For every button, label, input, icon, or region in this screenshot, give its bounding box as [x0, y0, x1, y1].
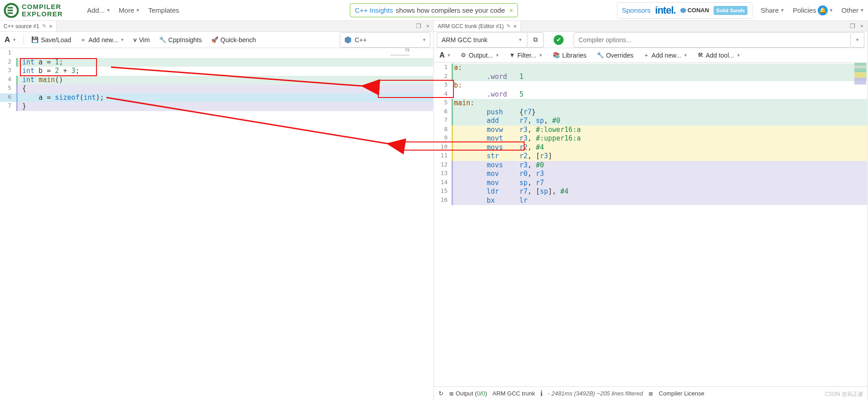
compiler-tab[interactable]: ARM GCC trunk (Editor #1) ✎ ×	[434, 21, 521, 31]
sponsor-conan-logo: CONAN	[680, 7, 709, 14]
close-panel-icon[interactable]: ×	[860, 23, 863, 29]
sponsors-box[interactable]: Sponsors intel. CONAN Solid Sands	[617, 2, 752, 19]
nav-share[interactable]: Share ▼	[761, 6, 785, 14]
status-ok-icon: ✔	[554, 35, 564, 45]
sponsor-solidsands-logo: Solid Sands	[714, 6, 747, 15]
caret-icon: ▼	[135, 8, 140, 13]
vim-button[interactable]: vVim	[131, 35, 151, 44]
quickbench-button[interactable]: 🚀Quick-bench	[209, 35, 258, 44]
svg-rect-3	[8, 12, 13, 14]
sponsor-intel-logo: intel.	[655, 5, 675, 16]
info-banner: C++ Insights shows how compilers see you…	[350, 3, 518, 17]
caret-icon: ▼	[422, 38, 426, 42]
overrides-button[interactable]: 🔧Overrides	[595, 51, 636, 60]
language-select[interactable]: C++ ▼	[340, 32, 430, 48]
addnew-menu[interactable]: ＋Add new...▼	[641, 50, 689, 60]
font-button[interactable]: A▼	[438, 50, 453, 60]
source-code[interactable]: 79 int a = 1; int b = 2 + 3; int main() …	[16, 48, 433, 400]
source-editor[interactable]: 1 2 3 4 5 6 7 79 int a = 1; int b = 2 + …	[0, 48, 433, 400]
banner-close-icon[interactable]: ×	[509, 7, 513, 14]
license-button[interactable]: Compiler License	[659, 390, 704, 397]
addnew-button[interactable]: ＋Add new...▼	[78, 35, 126, 45]
tab-label: C++ source #1	[4, 23, 39, 29]
asm-gutter: 1234 5678 9101112 13141516	[434, 63, 451, 386]
svg-rect-2	[8, 10, 13, 11]
nav-policies[interactable]: Policies 🔔 ▼	[793, 5, 834, 15]
filter-icon: ▼	[509, 52, 515, 59]
banner-link[interactable]: C++ Insights	[355, 6, 393, 14]
cppinsights-button[interactable]: 🔧CppInsights	[157, 35, 204, 44]
gear-icon: ⚙	[461, 52, 466, 59]
bell-icon: 🔔	[818, 5, 828, 15]
tab-label: ARM GCC trunk (Editor #1)	[438, 23, 504, 29]
output-menu[interactable]: ⚙Output...▼	[459, 51, 501, 60]
compiler-options-input[interactable]	[574, 32, 851, 48]
logo-text: COMPILER EXPLORER	[22, 3, 63, 18]
compiler-select[interactable]: ARM GCC trunk ▼	[437, 32, 527, 48]
output-button[interactable]: ≣ Output (0/0)	[449, 390, 487, 397]
book-icon: 📚	[553, 52, 560, 59]
svg-rect-1	[8, 7, 13, 8]
close-icon[interactable]: ×	[513, 23, 517, 30]
watermark: CSDN @风正豪	[825, 390, 863, 398]
source-tab[interactable]: C++ source #1 ✎ ×	[0, 21, 57, 31]
banner-text: shows how compilers see your code	[396, 6, 505, 14]
minimap[interactable]	[854, 63, 867, 386]
nav-other[interactable]: Other ▼	[842, 6, 864, 14]
nav-menu: Add... ▼ More ▼ Templates	[87, 6, 179, 14]
caret-icon: ▼	[106, 8, 111, 13]
panels: C++ source #1 ✎ × ❐ × A▼ 💾Save/Load ＋Add…	[0, 21, 868, 400]
close-icon[interactable]: ×	[49, 23, 53, 30]
caret-icon: ▼	[518, 38, 522, 42]
top-navbar: COMPILER EXPLORER Add... ▼ More ▼ Templa…	[0, 0, 868, 21]
nav-more[interactable]: More ▼	[119, 6, 140, 14]
status-compiler: ARM GCC trunk	[492, 390, 535, 397]
logo-icon	[4, 3, 19, 18]
pencil-icon[interactable]: ✎	[42, 23, 46, 29]
font-button[interactable]: A▼	[3, 34, 18, 45]
plus-icon: ＋	[80, 36, 86, 44]
source-toolbar: A▼ 💾Save/Load ＋Add new...▼ vVim 🔧CppInsi…	[0, 32, 433, 48]
wrench-icon: 🔧	[597, 52, 604, 59]
asm-code[interactable]: a: .word 1 b: .word 5 main: push {r7} ad…	[451, 63, 867, 386]
ruler: 79	[391, 48, 410, 55]
close-panel-icon[interactable]: ×	[426, 23, 429, 29]
cpp-icon	[344, 36, 352, 44]
nav-right: Sponsors intel. CONAN Solid Sands Share …	[617, 2, 864, 19]
plus-icon: ＋	[643, 51, 649, 59]
addtool-menu[interactable]: 🛠Add tool...▼	[696, 51, 743, 60]
nav-templates[interactable]: Templates	[148, 6, 179, 14]
list-icon: ≣	[449, 390, 454, 397]
compiler-panel: ARM GCC trunk (Editor #1) ✎ × ❐ × ARM GC…	[434, 21, 868, 400]
caret-icon: ▼	[780, 8, 785, 13]
svg-marker-5	[345, 36, 351, 44]
rocket-icon: 🚀	[211, 36, 218, 43]
source-tabbar: C++ source #1 ✎ × ❐ ×	[0, 21, 433, 32]
source-gutter: 1 2 3 4 5 6 7	[0, 48, 16, 400]
compiler-statusbar: ↻ ≣ Output (0/0) ARM GCC trunk i - 2481m…	[434, 386, 867, 400]
maximize-icon[interactable]: ❐	[850, 23, 855, 29]
source-panel: C++ source #1 ✎ × ❐ × A▼ 💾Save/Load ＋Add…	[0, 21, 434, 400]
maximize-icon[interactable]: ❐	[416, 23, 421, 29]
reload-icon[interactable]: ↻	[439, 390, 444, 397]
info-icon[interactable]: i	[540, 390, 542, 398]
sponsors-label: Sponsors	[622, 6, 651, 14]
compiler-tabbar: ARM GCC trunk (Editor #1) ✎ × ❐ ×	[434, 21, 867, 32]
libraries-button[interactable]: 📚Libraries	[551, 51, 588, 60]
saveload-button[interactable]: 💾Save/Load	[29, 35, 73, 44]
filter-menu[interactable]: ▼Filter...▼	[507, 51, 545, 60]
wrench-icon: 🔧	[159, 36, 166, 43]
tool-icon: 🛠	[698, 52, 704, 59]
caret-icon: ▼	[829, 8, 834, 13]
asm-editor[interactable]: 1234 5678 9101112 13141516 a: .word 1 b:…	[434, 63, 867, 386]
logo[interactable]: COMPILER EXPLORER	[4, 2, 81, 19]
popout-button[interactable]: ⧉	[527, 32, 544, 48]
status-timing: - 2481ms (3492B) ~205 lines filtered	[548, 390, 643, 397]
external-link-icon: ⧉	[533, 36, 538, 44]
caret-icon: ▼	[860, 8, 864, 13]
nav-add[interactable]: Add... ▼	[87, 6, 111, 14]
compiler-subtoolbar: A▼ ⚙Output...▼ ▼Filter...▼ 📚Libraries 🔧O…	[434, 48, 867, 63]
pencil-icon[interactable]: ✎	[506, 23, 511, 29]
compiler-toolbar: ARM GCC trunk ▼ ⧉ ✔ ▼	[434, 32, 867, 48]
options-expand-button[interactable]: ▼	[851, 32, 864, 48]
